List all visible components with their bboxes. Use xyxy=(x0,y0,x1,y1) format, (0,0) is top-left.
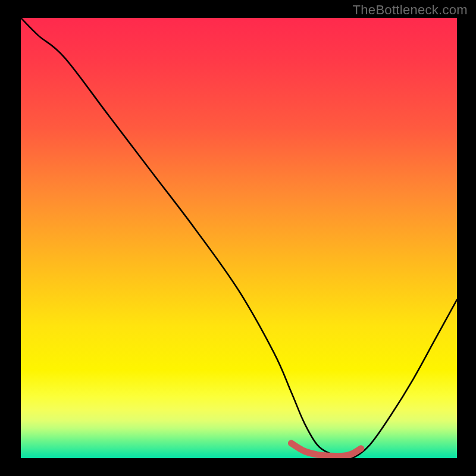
chart-frame: TheBottleneck.com xyxy=(0,0,476,476)
optimal-band xyxy=(291,443,361,456)
watermark-text: TheBottleneck.com xyxy=(353,2,468,18)
curve-line xyxy=(21,18,457,458)
chart-svg xyxy=(21,18,457,458)
plot-area xyxy=(21,18,457,458)
bottleneck-curve xyxy=(21,18,457,458)
band-line xyxy=(291,443,361,456)
